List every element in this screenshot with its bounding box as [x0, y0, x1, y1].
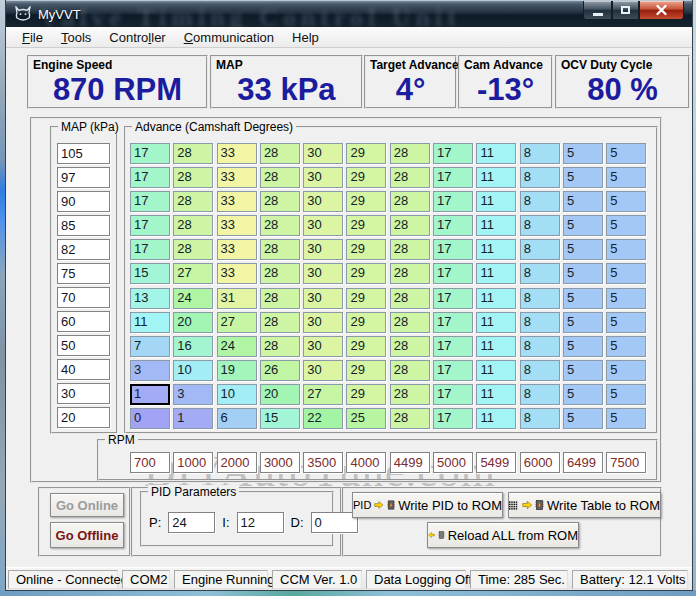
advance-cell[interactable]: 5 — [606, 239, 646, 260]
advance-cell[interactable]: 5 — [563, 384, 603, 405]
advance-cell[interactable]: 28 — [260, 239, 300, 260]
advance-cell[interactable]: 11 — [130, 312, 170, 333]
advance-cell[interactable]: 25 — [346, 408, 386, 429]
reload-all-from-rom-button[interactable]: Reload ALL from ROM — [427, 522, 579, 548]
advance-cell[interactable]: 5 — [563, 360, 603, 381]
minimize-button[interactable] — [583, 1, 612, 20]
advance-cell[interactable]: 29 — [346, 360, 386, 381]
map-value-input[interactable]: 105 — [57, 143, 110, 164]
advance-cell[interactable]: 28 — [390, 263, 430, 284]
advance-cell[interactable]: 8 — [520, 143, 560, 164]
advance-cell[interactable]: 17 — [433, 239, 473, 260]
advance-cell[interactable]: 11 — [476, 215, 516, 236]
menu-item-file[interactable]: File — [13, 28, 52, 47]
advance-cell[interactable]: 5 — [606, 360, 646, 381]
advance-cell[interactable]: 17 — [433, 288, 473, 309]
map-value-input[interactable]: 50 — [57, 335, 110, 356]
menu-item-communication[interactable]: Communication — [175, 28, 283, 47]
advance-cell[interactable]: 11 — [476, 408, 516, 429]
advance-cell[interactable]: 33 — [217, 215, 257, 236]
advance-cell[interactable]: 17 — [433, 360, 473, 381]
advance-cell[interactable]: 30 — [303, 191, 343, 212]
close-button[interactable] — [639, 1, 684, 20]
advance-cell[interactable]: 5 — [563, 408, 603, 429]
rpm-value-input[interactable]: 5499 — [476, 452, 516, 473]
advance-cell[interactable]: 17 — [433, 384, 473, 405]
rpm-value-input[interactable]: 700 — [130, 452, 170, 473]
advance-cell[interactable]: 29 — [346, 215, 386, 236]
advance-cell[interactable]: 8 — [520, 408, 560, 429]
rpm-value-input[interactable]: 6000 — [520, 452, 560, 473]
map-value-input[interactable]: 30 — [57, 383, 110, 404]
rpm-value-input[interactable]: 4499 — [390, 452, 430, 473]
go-online-button[interactable]: Go Online — [50, 493, 124, 517]
map-value-input[interactable]: 70 — [57, 287, 110, 308]
advance-cell[interactable]: 11 — [476, 263, 516, 284]
advance-cell[interactable]: 17 — [130, 239, 170, 260]
advance-cell[interactable]: 28 — [173, 215, 213, 236]
write-pid-to-rom-button[interactable]: PID Write PID to ROM — [352, 492, 503, 518]
advance-cell[interactable]: 20 — [260, 384, 300, 405]
advance-cell[interactable]: 17 — [433, 143, 473, 164]
advance-cell[interactable]: 8 — [520, 288, 560, 309]
advance-cell[interactable]: 15 — [130, 263, 170, 284]
advance-cell[interactable]: 5 — [606, 167, 646, 188]
advance-cell[interactable]: 11 — [476, 312, 516, 333]
rpm-value-input[interactable]: 1000 — [173, 452, 213, 473]
advance-cell[interactable]: 28 — [173, 191, 213, 212]
advance-cell[interactable]: 17 — [433, 336, 473, 357]
advance-cell[interactable]: 28 — [260, 191, 300, 212]
advance-cell[interactable]: 5 — [606, 288, 646, 309]
advance-cell[interactable]: 5 — [563, 288, 603, 309]
advance-cell[interactable]: 11 — [476, 384, 516, 405]
map-value-input[interactable]: 90 — [57, 191, 110, 212]
advance-cell[interactable]: 5 — [563, 263, 603, 284]
map-value-input[interactable]: 40 — [57, 359, 110, 380]
advance-cell[interactable]: 28 — [390, 360, 430, 381]
advance-cell[interactable]: 29 — [346, 288, 386, 309]
advance-cell[interactable]: 28 — [173, 167, 213, 188]
advance-cell[interactable]: 28 — [390, 288, 430, 309]
advance-cell[interactable]: 28 — [260, 143, 300, 164]
advance-cell[interactable]: 27 — [303, 384, 343, 405]
menu-item-help[interactable]: Help — [283, 28, 328, 47]
rpm-value-input[interactable]: 2000 — [217, 452, 257, 473]
advance-cell[interactable]: 30 — [303, 263, 343, 284]
advance-cell[interactable]: 28 — [390, 384, 430, 405]
advance-cell[interactable]: 27 — [217, 312, 257, 333]
advance-cell[interactable]: 22 — [303, 408, 343, 429]
advance-cell[interactable]: 5 — [606, 215, 646, 236]
advance-cell[interactable]: 11 — [476, 143, 516, 164]
advance-cell[interactable]: 17 — [130, 143, 170, 164]
advance-cell[interactable]: 33 — [217, 263, 257, 284]
advance-cell[interactable]: 33 — [217, 143, 257, 164]
advance-cell[interactable]: 29 — [346, 384, 386, 405]
advance-cell[interactable]: 29 — [346, 312, 386, 333]
advance-cell[interactable]: 30 — [303, 312, 343, 333]
advance-cell[interactable]: 11 — [476, 191, 516, 212]
advance-cell[interactable]: 28 — [260, 312, 300, 333]
advance-cell[interactable]: 27 — [173, 263, 213, 284]
advance-cell[interactable]: 8 — [520, 312, 560, 333]
write-table-to-rom-button[interactable]: Write Table to ROM — [508, 492, 661, 518]
advance-cell[interactable]: 30 — [303, 239, 343, 260]
advance-cell[interactable]: 30 — [303, 360, 343, 381]
advance-cell[interactable]: 17 — [130, 167, 170, 188]
advance-cell[interactable]: 8 — [520, 384, 560, 405]
advance-cell[interactable]: 28 — [390, 215, 430, 236]
advance-cell[interactable]: 28 — [260, 263, 300, 284]
advance-cell[interactable]: 11 — [476, 336, 516, 357]
advance-cell[interactable]: 17 — [433, 215, 473, 236]
advance-cell[interactable]: 33 — [217, 191, 257, 212]
rpm-value-input[interactable]: 3000 — [260, 452, 300, 473]
rpm-value-input[interactable]: 3500 — [303, 452, 343, 473]
advance-cell[interactable]: 5 — [606, 312, 646, 333]
advance-cell[interactable]: 31 — [217, 288, 257, 309]
map-value-input[interactable]: 75 — [57, 263, 110, 284]
advance-cell[interactable]: 5 — [563, 167, 603, 188]
rpm-value-input[interactable]: 4000 — [346, 452, 386, 473]
pid-d-input[interactable]: 0 — [311, 512, 358, 533]
advance-cell[interactable]: 29 — [346, 167, 386, 188]
advance-cell[interactable]: 5 — [563, 215, 603, 236]
advance-cell[interactable]: 5 — [606, 143, 646, 164]
